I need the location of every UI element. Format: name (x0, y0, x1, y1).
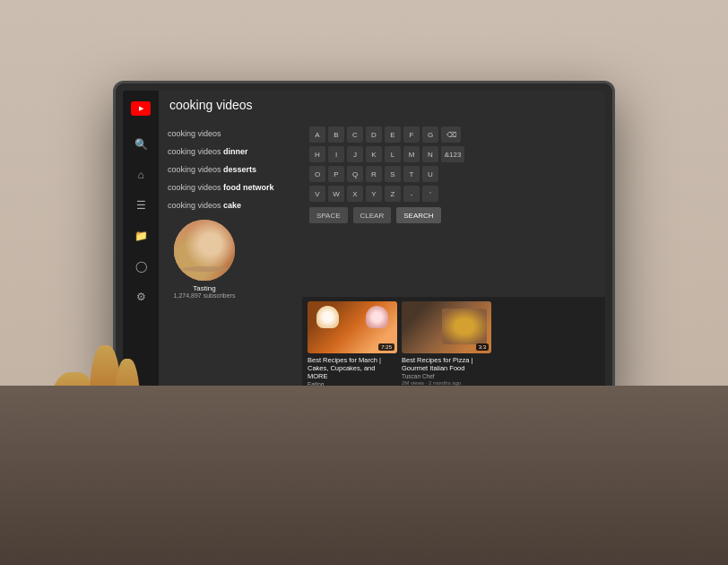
content-area: cooking videos cooking videos dinner coo… (159, 119, 605, 398)
sidebar-item-library[interactable]: 📁 (134, 229, 148, 243)
video-thumb-2: 3:3 (402, 301, 491, 353)
sidebar-item-search[interactable]: 🔍 (134, 137, 148, 152)
key-E[interactable]: E (385, 126, 401, 143)
suggestion-5[interactable]: cooking videos cake (159, 196, 302, 214)
sidebar-item-settings[interactable]: ⚙ (134, 290, 148, 304)
floor (0, 386, 728, 565)
key-W[interactable]: W (328, 186, 344, 202)
keyboard-row-2: H I J K L M N &123 (309, 146, 598, 162)
key-L[interactable]: L (385, 146, 401, 162)
video-channel-2: Tuscan Chef (402, 373, 491, 379)
video-duration-2: 3:3 (476, 343, 489, 351)
key-backspace[interactable]: ⌫ (441, 126, 461, 143)
key-Q[interactable]: Q (347, 166, 363, 182)
key-S[interactable]: S (385, 166, 401, 182)
keyboard-row-4: V W X Y Z - ' (309, 186, 598, 202)
key-H[interactable]: H (309, 146, 325, 162)
key-Z[interactable]: Z (385, 186, 401, 202)
suggestion-2[interactable]: cooking videos dinner (159, 143, 302, 161)
keyboard-row-1: A B C D E F G ⌫ (309, 126, 598, 143)
key-T[interactable]: T (403, 166, 420, 182)
key-P[interactable]: P (328, 166, 344, 182)
key-O[interactable]: O (309, 166, 325, 182)
keyboard-actions: SPACE CLEAR SEARCH (309, 207, 598, 223)
key-I[interactable]: I (328, 146, 344, 162)
clear-button[interactable]: CLEAR (353, 207, 392, 223)
video-thumb-1: 7:25 (308, 301, 397, 353)
sidebar-item-subscriptions[interactable]: ☰ (134, 198, 148, 213)
keyboard-panel: A B C D E F G ⌫ H (302, 119, 605, 297)
suggestion-1[interactable]: cooking videos (159, 125, 302, 143)
key-B[interactable]: B (328, 126, 344, 143)
main-content: cooking videos cooking videos cooking vi… (159, 91, 605, 398)
sidebar-item-account[interactable]: ◯ (134, 259, 148, 274)
sidebar-item-home[interactable]: ⌂ (134, 168, 148, 182)
tv-frame: 🔍 ⌂ ☰ 📁 ◯ ⚙ cooking videos cooking video… (113, 81, 615, 408)
key-Y[interactable]: Y (366, 186, 382, 202)
key-C[interactable]: C (347, 126, 363, 143)
channel-avatar-bg (174, 220, 235, 281)
key-ampersand-123[interactable]: &123 (441, 146, 464, 162)
key-K[interactable]: K (366, 146, 382, 162)
sidebar: 🔍 ⌂ ☰ 📁 ◯ ⚙ (123, 91, 159, 398)
channel-name: Tasting (193, 284, 215, 292)
room: 🔍 ⌂ ☰ 📁 ◯ ⚙ cooking videos cooking video… (0, 0, 728, 565)
key-V[interactable]: V (309, 186, 325, 202)
video-card-1[interactable]: 7:25 Best Recipes for March | Cakes, Cup… (308, 301, 397, 394)
key-J[interactable]: J (347, 146, 363, 162)
suggestion-4[interactable]: cooking videos food network (159, 178, 302, 196)
search-query-text: cooking videos (169, 98, 253, 112)
key-X[interactable]: X (347, 186, 363, 202)
key-D[interactable]: D (366, 126, 382, 143)
video-card-2[interactable]: 3:3 Best Recipes for Pizza | Gourmet Ita… (402, 301, 491, 394)
key-N[interactable]: N (422, 146, 438, 162)
channel-subscribers: 1,274,897 subscribers (174, 292, 236, 299)
key-M[interactable]: M (403, 146, 420, 162)
key-G[interactable]: G (422, 126, 438, 143)
search-header: cooking videos (159, 91, 605, 119)
suggestions-panel: cooking videos cooking videos dinner coo… (159, 119, 302, 398)
video-duration-1: 7:25 (378, 343, 394, 351)
channel-avatar (174, 220, 235, 281)
search-button[interactable]: SEARCH (396, 207, 440, 223)
key-R[interactable]: R (366, 166, 382, 182)
suggestion-3[interactable]: cooking videos desserts (159, 161, 302, 178)
video-results: 7:25 Best Recipes for March | Cakes, Cup… (302, 297, 605, 398)
tv-screen: 🔍 ⌂ ☰ 📁 ◯ ⚙ cooking videos cooking video… (123, 91, 605, 398)
keyboard-row-3: O P Q R S T U (309, 166, 598, 182)
channel-card[interactable]: Tasting 1,274,897 subscribers (164, 220, 245, 299)
key-dash[interactable]: - (403, 186, 420, 202)
key-A[interactable]: A (309, 126, 325, 143)
key-U[interactable]: U (422, 166, 438, 182)
key-apostrophe[interactable]: ' (422, 186, 438, 202)
video-title-2: Best Recipes for Pizza | Gourmet Italian… (402, 356, 491, 372)
space-button[interactable]: SPACE (309, 207, 348, 223)
youtube-logo-icon[interactable] (131, 101, 151, 116)
video-title-1: Best Recipes for March | Cakes, Cupcakes… (308, 356, 397, 380)
key-F[interactable]: F (403, 126, 420, 143)
